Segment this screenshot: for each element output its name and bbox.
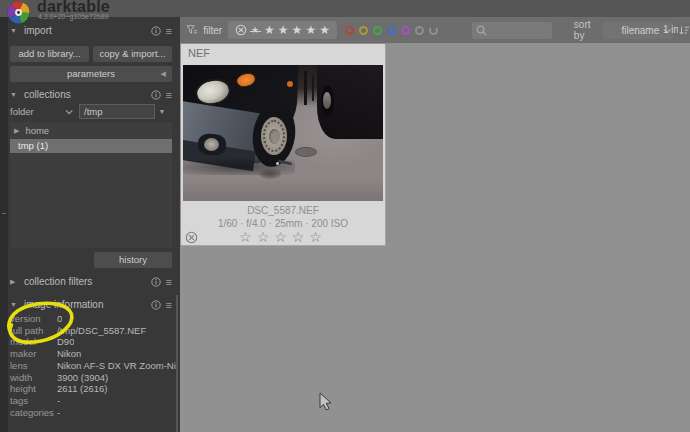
collection-filters-title: collection filters — [24, 276, 151, 287]
photo-pole-2 — [312, 75, 314, 101]
path-dropdown-button[interactable]: ▼ — [155, 104, 169, 119]
copy-and-import-button[interactable]: copy & import... — [93, 46, 172, 62]
info-row-model: modelD90 — [10, 336, 176, 348]
app-version: 4.3.0+20~g105e72b89 — [38, 13, 108, 20]
photo-wheel-hub — [269, 129, 280, 144]
star-rating-4-icon[interactable]: ☆ — [292, 229, 310, 245]
reset-info-icon[interactable] — [151, 90, 161, 100]
sort-criteria-value: filename — [621, 25, 659, 36]
photo-manhole-cover — [295, 147, 317, 157]
collections-section-title: collections — [24, 89, 151, 100]
thumbnail-star-rating: ☆☆☆☆☆ — [181, 229, 385, 245]
chevron-down-icon — [66, 107, 73, 114]
presets-menu-icon[interactable]: ≡ — [166, 26, 172, 36]
zero-star-filter-icon[interactable]: ★ — [250, 24, 261, 36]
reset-info-icon[interactable] — [151, 26, 161, 36]
info-row-maker: makerNikon — [10, 348, 176, 360]
filter-toolbar: filter ★ ★ ★ ★ ★ ★ — [180, 17, 690, 43]
image-information-section-header[interactable]: ▼ image information ≡ — [10, 298, 172, 311]
color-label-gray-icon[interactable] — [415, 26, 424, 35]
image-information-title: image information — [24, 299, 151, 310]
collections-section-header[interactable]: ▼ collections ≡ — [10, 88, 172, 101]
tree-item-tmp[interactable]: tmp (1) — [10, 139, 172, 153]
expand-right-icon: ▶ — [10, 278, 24, 286]
star-filter-4-icon[interactable]: ★ — [305, 24, 316, 36]
file-format-badge: NEF — [188, 47, 210, 59]
info-row-tags: tags- — [10, 395, 176, 407]
photo-bottom-shade — [183, 177, 383, 201]
panel-collapse-handle[interactable] — [2, 213, 6, 214]
star-rating-1-icon[interactable]: ☆ — [239, 229, 257, 245]
thumbnail-photo — [183, 65, 383, 201]
reject-image-icon[interactable] — [185, 231, 198, 244]
presets-menu-icon[interactable]: ≡ — [166, 90, 172, 100]
collection-filters-section-header[interactable]: ▶ collection filters ≡ — [10, 275, 172, 288]
color-label-red-icon[interactable] — [345, 26, 354, 35]
presets-menu-icon[interactable]: ≡ — [166, 300, 172, 310]
collapse-left-icon: ◀ — [161, 66, 166, 82]
star-filter-5-icon[interactable]: ★ — [319, 24, 330, 36]
expand-arrow-icon: ▼ — [10, 91, 24, 98]
color-label-filters — [345, 26, 438, 35]
info-row-lens: lensNikon AF-S DX VR Zoom-Nikkor ... — [10, 360, 176, 372]
reset-info-icon[interactable] — [151, 300, 161, 310]
image-information-table: version0 full path/tmp/DSC_5587.NEF mode… — [10, 313, 176, 418]
color-label-yellow-icon[interactable] — [359, 26, 368, 35]
search-icon — [476, 25, 487, 36]
collection-criteria-row: folder /tmp ▼ — [10, 104, 172, 119]
info-row-height: height2611 (2616) — [10, 383, 176, 395]
star-filter-1-icon[interactable]: ★ — [264, 24, 275, 36]
expand-right-icon: ▶ — [14, 124, 19, 138]
import-section-title: import — [24, 25, 151, 36]
darktable-window: darktable 4.3.0+20~g105e72b89 ▼ import ≡… — [0, 0, 690, 432]
info-row-full-path: full path/tmp/DSC_5587.NEF — [10, 325, 176, 337]
tree-item-label: tmp (1) — [18, 139, 48, 153]
photo-fog-lamp — [204, 138, 219, 151]
color-label-blue-icon[interactable] — [387, 26, 396, 35]
info-row-version: version0 — [10, 313, 176, 325]
criteria-select[interactable]: folder — [10, 106, 66, 117]
history-button[interactable]: history — [94, 252, 172, 268]
presets-menu-icon[interactable]: ≡ — [166, 277, 172, 287]
folder-tree: ▶ home tmp (1) — [10, 122, 172, 248]
photo-side-marker — [287, 81, 293, 87]
star-rating-2-icon[interactable]: ☆ — [257, 229, 275, 245]
star-filter-3-icon[interactable]: ★ — [292, 24, 303, 36]
panel-scrollbar[interactable] — [176, 295, 178, 432]
color-label-none-icon[interactable] — [429, 26, 438, 35]
color-label-green-icon[interactable] — [373, 26, 382, 35]
expand-arrow-icon: ▼ — [10, 301, 24, 308]
reject-filter-icon[interactable] — [235, 24, 247, 36]
photo-pole — [304, 71, 307, 105]
color-label-purple-icon[interactable] — [401, 26, 410, 35]
darktable-logo-icon — [7, 1, 30, 24]
star-filter-2-icon[interactable]: ★ — [278, 24, 289, 36]
filter-funnel-icon — [186, 22, 198, 38]
image-count-text: 1 im — [663, 24, 678, 35]
tree-item-home[interactable]: ▶ home — [10, 124, 172, 138]
mouse-cursor — [319, 392, 333, 411]
thumbnail-exif-info: 1/60 · f/4.0 · 25mm · 200 ISO — [181, 218, 385, 229]
sort-direction-icon[interactable] — [679, 24, 690, 37]
star-rating-5-icon[interactable]: ☆ — [309, 229, 327, 245]
photo-stick-tip — [276, 162, 279, 165]
collection-path-input[interactable]: /tmp — [79, 104, 155, 119]
rating-filter-group: ★ ★ ★ ★ ★ ★ — [228, 21, 337, 39]
parameters-button[interactable]: parameters ◀ — [10, 66, 172, 82]
sort-by-label: sort by — [574, 19, 596, 41]
left-panel: ▼ import ≡ add to library... copy & impo… — [0, 17, 180, 432]
info-row-categories: categories- — [10, 407, 176, 419]
reset-info-icon[interactable] — [151, 277, 161, 287]
info-row-width: width3900 (3904) — [10, 372, 176, 384]
thumbnail-cell[interactable]: NEF DSC_558 — [181, 44, 385, 245]
parameters-label: parameters — [67, 68, 115, 79]
add-to-library-button[interactable]: add to library... — [10, 46, 89, 62]
search-input[interactable] — [472, 22, 552, 39]
photo-right-car-rim — [323, 92, 331, 109]
import-section-header[interactable]: ▼ import ≡ — [10, 24, 172, 37]
star-rating-3-icon[interactable]: ☆ — [274, 229, 292, 245]
filter-label: filter — [203, 25, 222, 36]
panel-edge-strip — [0, 17, 8, 432]
thumbnail-filename: DSC_5587.NEF — [181, 205, 385, 216]
tree-item-label: home — [25, 124, 49, 138]
